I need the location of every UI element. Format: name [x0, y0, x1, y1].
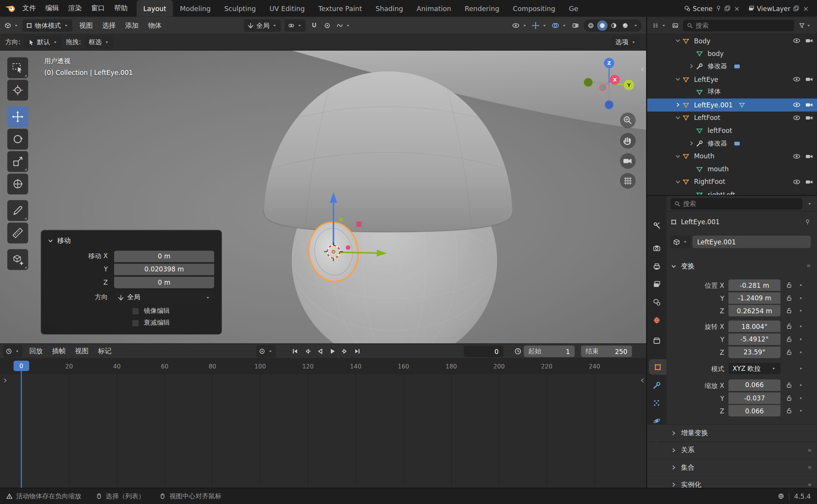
- viewport-menu-1[interactable]: 选择: [97, 19, 120, 32]
- lock-toggle[interactable]: [786, 307, 793, 314]
- outliner-row-4[interactable]: 球体: [647, 86, 817, 99]
- workspace-tab-compositing[interactable]: Compositing: [506, 0, 562, 17]
- topbar-menu-1[interactable]: 编辑: [41, 2, 64, 15]
- value-field[interactable]: 23.59°: [728, 346, 780, 358]
- unlink-scene-button[interactable]: ×: [733, 5, 740, 13]
- operator-panel-move[interactable]: 移动 移动 X0 mY0.020398 mZ0 m 方向 全局 镜像编辑衰减编辑: [41, 230, 222, 335]
- expand-chevron[interactable]: [673, 76, 682, 82]
- new-scene-button[interactable]: [724, 5, 730, 11]
- animate-decorator[interactable]: [798, 324, 804, 329]
- outliner-row-12[interactable]: rightLeft: [647, 188, 817, 195]
- tool-cursor[interactable]: [7, 80, 28, 100]
- lock-toggle[interactable]: [786, 394, 793, 401]
- value-field[interactable]: -5.4912°: [728, 333, 780, 345]
- operator-orientation-dropdown[interactable]: 全局: [114, 292, 214, 303]
- value-field[interactable]: 0.066: [728, 405, 780, 416]
- expand-chevron[interactable]: [673, 38, 682, 44]
- remove-viewlayer-button[interactable]: ×: [802, 5, 809, 13]
- workspace-tab-sculpting[interactable]: Sculpting: [217, 0, 263, 17]
- snap-toggle[interactable]: [310, 22, 319, 29]
- outliner-row-5[interactable]: LeftEye.001: [647, 99, 817, 112]
- region-toggle-arrow[interactable]: [639, 66, 645, 72]
- topbar-menu-2[interactable]: 渲染: [64, 2, 86, 15]
- expand-chevron[interactable]: [687, 140, 696, 146]
- move-value-field[interactable]: 0 m: [114, 250, 214, 262]
- panel-grip[interactable]: [807, 482, 813, 488]
- animate-decorator[interactable]: [798, 396, 804, 401]
- expand-chevron[interactable]: [673, 102, 682, 108]
- lock-toggle[interactable]: [786, 381, 793, 388]
- properties-tab-output[interactable]: [647, 258, 667, 274]
- drag-mode-dropdown[interactable]: 框选: [85, 36, 113, 48]
- outliner-row-2[interactable]: 修改器: [647, 60, 817, 73]
- properties-options[interactable]: [806, 201, 814, 206]
- timeline-menu-1[interactable]: 插帧: [48, 345, 70, 358]
- expand-chevron[interactable]: [687, 63, 696, 69]
- topbar-menu-0[interactable]: 文件: [18, 2, 41, 15]
- properties-search-input[interactable]: [683, 199, 799, 207]
- hide-render-toggle[interactable]: [806, 178, 813, 185]
- modifier-display-toggle[interactable]: [733, 63, 740, 70]
- outliner-row-7[interactable]: leftFoot: [647, 124, 817, 137]
- outliner-row-1[interactable]: body: [647, 47, 817, 60]
- hide-viewport-toggle[interactable]: [793, 37, 800, 45]
- pin-scene-button[interactable]: [715, 5, 721, 11]
- pan-hand-button[interactable]: [620, 133, 636, 148]
- workspace-tab-animation[interactable]: Animation: [410, 0, 458, 17]
- workspace-tab-shading[interactable]: Shading: [369, 0, 410, 17]
- overlays-selector[interactable]: [551, 19, 568, 32]
- timeline-track-area[interactable]: [0, 374, 646, 488]
- outliner-restriction-toggles[interactable]: [670, 22, 680, 28]
- panel-grip[interactable]: [807, 464, 813, 471]
- scene-selector[interactable]: Scene ×: [682, 5, 743, 13]
- axis-ball-neg-z[interactable]: [605, 100, 613, 109]
- xray-toggle[interactable]: [571, 22, 581, 29]
- workspace-tab-rendering[interactable]: Rendering: [458, 0, 506, 17]
- workspace-tab-layout[interactable]: Layout: [137, 0, 173, 17]
- outliner-row-8[interactable]: 修改器: [647, 137, 817, 150]
- tool-measure[interactable]: [7, 223, 28, 244]
- hide-render-toggle[interactable]: [806, 101, 813, 108]
- axis-ball-neg-y[interactable]: [584, 78, 593, 87]
- hide-render-toggle[interactable]: [806, 37, 813, 45]
- hide-viewport-toggle[interactable]: [793, 114, 800, 121]
- gizmo-plane-handle-red[interactable]: [356, 222, 362, 227]
- properties-search[interactable]: [670, 198, 802, 209]
- viewport-canvas[interactable]: Z X Y: [0, 51, 646, 343]
- hide-render-toggle[interactable]: [806, 153, 813, 160]
- lock-toggle[interactable]: [786, 281, 793, 288]
- hide-viewport-toggle[interactable]: [793, 153, 800, 160]
- outliner-search-input[interactable]: [696, 21, 790, 29]
- toggle-grid-button[interactable]: [620, 173, 636, 189]
- topbar-menu-4[interactable]: 帮助: [109, 2, 132, 15]
- outliner-row-11[interactable]: RightFoot: [647, 175, 817, 188]
- lock-toggle[interactable]: [786, 407, 793, 414]
- value-field[interactable]: -0.037: [728, 392, 780, 404]
- animate-decorator[interactable]: [798, 349, 804, 355]
- workspace-tab-texture-paint[interactable]: Texture Paint: [311, 0, 369, 17]
- outliner-row-3[interactable]: LeftEye: [647, 73, 817, 86]
- frame-start-field[interactable]: 起始 1: [523, 346, 574, 357]
- shading-solid[interactable]: [597, 20, 607, 30]
- outliner-row-0[interactable]: Body: [647, 34, 817, 47]
- outliner-row-6[interactable]: LeftFoot: [647, 111, 817, 124]
- gizmo-y-axis[interactable]: [340, 252, 377, 253]
- hide-render-toggle[interactable]: [806, 76, 813, 83]
- next-keyframe-button[interactable]: [339, 346, 351, 357]
- proportional-falloff-selector[interactable]: [335, 19, 351, 32]
- shading-material[interactable]: [609, 20, 619, 30]
- operator-panel-header[interactable]: 移动: [41, 234, 222, 250]
- shading-rendered[interactable]: [620, 20, 630, 30]
- axis-ball-neg-x[interactable]: [599, 83, 607, 92]
- move-value-field[interactable]: 0 m: [114, 276, 214, 288]
- current-frame-field[interactable]: 0: [464, 346, 503, 357]
- tool-transform[interactable]: [7, 174, 28, 195]
- viewport-menu-0[interactable]: 视图: [75, 19, 97, 32]
- lock-toggle[interactable]: [786, 348, 793, 355]
- transform-panel-grip[interactable]: [806, 263, 812, 269]
- new-viewlayer-button[interactable]: [793, 5, 799, 11]
- orientation-default-dropdown[interactable]: 默认: [25, 36, 62, 48]
- value-field[interactable]: -1.2409 m: [728, 292, 780, 304]
- timeline-menu-3[interactable]: 标记: [93, 345, 116, 358]
- timeline-ruler[interactable]: 0 020406080100120140160180200220240: [0, 359, 646, 374]
